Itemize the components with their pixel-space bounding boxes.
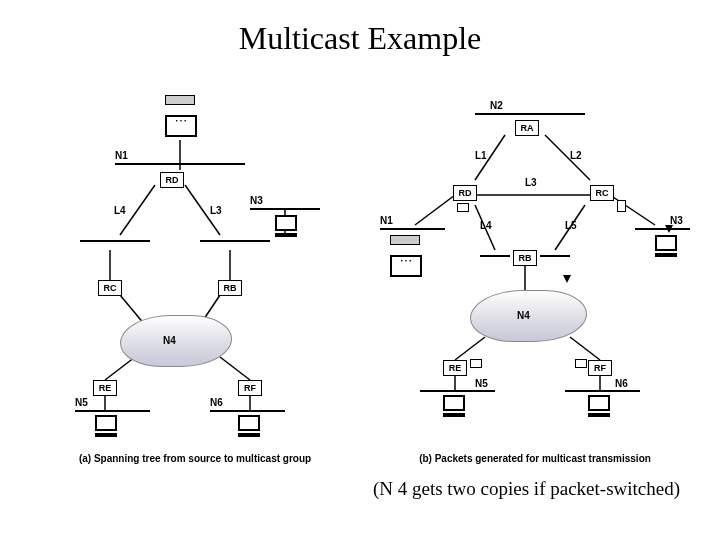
link-label: L4 [480, 220, 492, 231]
net-line [565, 390, 640, 392]
pc-icon [655, 235, 677, 255]
net-label: N6 [615, 378, 628, 389]
pc-icon [443, 395, 465, 415]
svg-line-13 [545, 135, 590, 180]
net-label: N5 [475, 378, 488, 389]
net-label: N5 [75, 397, 88, 408]
svg-line-21 [570, 337, 600, 360]
pc-icon [588, 395, 610, 415]
net-label: N3 [670, 215, 683, 226]
cloud-net [120, 315, 232, 367]
diagram-caption: (a) Spanning tree from source to multica… [45, 453, 345, 464]
net-label: N3 [250, 195, 263, 206]
net-line [210, 410, 285, 412]
link-label: L5 [565, 220, 577, 231]
net-line [80, 240, 150, 242]
svg-marker-24 [563, 275, 571, 283]
router-box: RF [238, 380, 262, 396]
link-label: L4 [114, 205, 126, 216]
router-box: RF [588, 360, 612, 376]
net-line [200, 240, 270, 242]
router-box: RC [590, 185, 614, 201]
footnote: (N 4 gets two copies if packet-switched) [373, 478, 680, 500]
net-label: N1 [115, 150, 128, 161]
router-box: RD [160, 172, 184, 188]
net-line [250, 208, 320, 210]
server-icon: • • • [390, 235, 420, 275]
net-label: N2 [490, 100, 503, 111]
net-label: N1 [380, 215, 393, 226]
net-label: N6 [210, 397, 223, 408]
net-label: N4 [163, 335, 176, 346]
pc-icon [238, 415, 260, 435]
router-box: RC [98, 280, 122, 296]
net-line [540, 255, 570, 257]
page-title: Multicast Example [0, 0, 720, 57]
pc-icon [275, 215, 297, 235]
packet-icon [575, 359, 587, 368]
svg-line-15 [415, 195, 455, 225]
net-line [75, 410, 150, 412]
router-box: RE [93, 380, 117, 396]
link-label: L2 [570, 150, 582, 161]
router-box: RB [513, 250, 537, 266]
diagram-caption: (b) Packets generated for multicast tran… [375, 453, 695, 464]
right-lines [375, 95, 695, 445]
net-label: N4 [517, 310, 530, 321]
net-line [420, 390, 495, 392]
diagram-left: • • • N1 RD L4 L3 N3 RC RB N4 RE RF N5 N… [60, 95, 330, 445]
svg-line-7 [105, 357, 135, 380]
svg-line-8 [220, 357, 250, 380]
router-box: RB [218, 280, 242, 296]
net-line [115, 163, 245, 165]
router-box: RE [443, 360, 467, 376]
net-line [480, 255, 510, 257]
packet-icon [470, 359, 482, 368]
link-label: L3 [210, 205, 222, 216]
pc-icon [95, 415, 117, 435]
svg-line-20 [455, 337, 485, 360]
router-box: RA [515, 120, 539, 136]
link-label: L1 [475, 150, 487, 161]
net-line [380, 228, 445, 230]
server-icon: • • • [165, 95, 195, 135]
net-line [475, 113, 585, 115]
packet-icon [617, 200, 626, 212]
packet-icon [457, 203, 469, 212]
link-label: L3 [525, 177, 537, 188]
router-box: RD [453, 185, 477, 201]
diagram-right: N2 RA L1 L2 RD RC L3 L4 L5 N1 N3 • • • R… [375, 95, 695, 445]
net-line [635, 228, 690, 230]
